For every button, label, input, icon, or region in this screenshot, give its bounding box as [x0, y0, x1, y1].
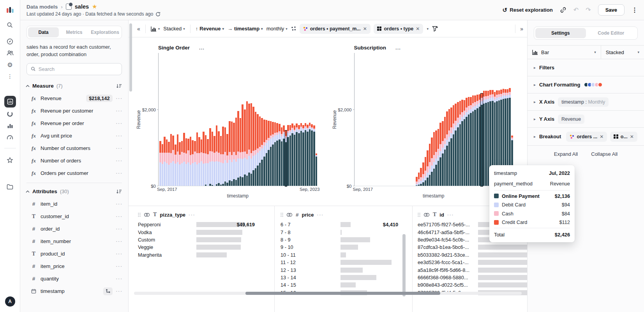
tab-code-editor[interactable]: Code Editor	[586, 28, 637, 38]
settings-gear-icon[interactable]: ⚙	[4, 59, 16, 70]
stacked-bar[interactable]	[190, 137, 192, 186]
stacked-bar[interactable]	[166, 139, 168, 186]
stacked-bar[interactable]	[457, 102, 459, 186]
stacked-bar[interactable]	[427, 150, 429, 186]
share-link-icon[interactable]	[560, 7, 566, 13]
summary-row[interactable]: 10 - 11	[281, 251, 398, 259]
summary-row[interactable]: 11 - 12	[281, 259, 398, 266]
attribute-item[interactable]: Tcustomer_id···	[20, 210, 128, 223]
summary-row[interactable]: Veggie	[138, 243, 255, 251]
stacked-bar[interactable]	[181, 141, 183, 186]
attributes-section-header[interactable]: Attributes (30)	[26, 186, 122, 197]
section-x-axis[interactable]: ▸ X Axis timestamp : Monthly	[528, 93, 644, 111]
stacked-bar[interactable]	[159, 141, 161, 186]
field-menu-icon[interactable]: ···	[317, 212, 324, 218]
stacked-bar[interactable]	[246, 101, 248, 186]
summary-row[interactable]: 14 - 15	[281, 281, 398, 289]
row-menu-icon[interactable]: ···	[116, 276, 123, 282]
field-menu-icon[interactable]: ···	[447, 212, 454, 218]
section-chart-formatting[interactable]: ▸ Chart Formatting	[528, 76, 644, 93]
stacked-bar[interactable]	[185, 138, 187, 186]
measure-item[interactable]: fxRevenue$218,142···	[20, 92, 128, 105]
measure-item[interactable]: fxRevenue per customer···	[20, 105, 128, 117]
stacked-bar[interactable]	[283, 125, 285, 186]
remove-chip-icon[interactable]: ✕	[630, 134, 634, 139]
summary-row[interactable]: b5033382-9d21-53ce...	[418, 251, 527, 259]
measure-item[interactable]: fxNumber of orders···	[20, 155, 128, 167]
stacked-bar[interactable]	[207, 139, 209, 186]
canvas-view-icon[interactable]	[4, 96, 16, 108]
stack-mode-button[interactable]: Stacked▾	[163, 26, 185, 32]
favorite-star-icon[interactable]: ★	[92, 3, 97, 10]
stacked-bar[interactable]	[309, 123, 311, 186]
refresh-icon[interactable]	[155, 12, 161, 17]
search-icon[interactable]	[4, 19, 16, 30]
search-box[interactable]	[26, 63, 122, 75]
row-menu-icon[interactable]: ···	[116, 263, 123, 269]
stacked-bar[interactable]	[231, 122, 233, 186]
measure-item[interactable]: fxRevenue per order···	[20, 117, 128, 130]
stacked-bar[interactable]	[481, 93, 483, 186]
remove-chip-icon[interactable]: ✕	[600, 134, 603, 139]
stacked-bar[interactable]	[244, 109, 246, 186]
summary-row[interactable]: Pepperoni$49,619	[138, 221, 255, 228]
stacked-bar[interactable]	[442, 121, 444, 186]
add-filter-icon[interactable]	[432, 26, 439, 32]
stacked-bar[interactable]	[162, 144, 164, 186]
stacked-bar[interactable]	[268, 121, 270, 186]
stacked-bar[interactable]	[198, 137, 200, 186]
section-filters[interactable]: ▸ Filters	[528, 59, 644, 76]
stacked-bar[interactable]	[468, 97, 470, 186]
stacked-bar[interactable]	[177, 134, 179, 186]
stacked-bar[interactable]	[487, 91, 489, 186]
price-list-scrollbar[interactable]	[402, 234, 406, 296]
app-logo[interactable]	[4, 5, 16, 16]
stacked-bar[interactable]	[187, 139, 189, 186]
tab-settings[interactable]: Settings	[535, 28, 586, 38]
y-field-button[interactable]: ↑Revenue▾	[196, 26, 224, 32]
stacked-bar[interactable]	[270, 121, 272, 186]
measure-item[interactable]: fxOrders per customer···	[20, 167, 128, 180]
attribute-item[interactable]: #order_id···	[20, 223, 128, 235]
stacked-bar[interactable]	[237, 111, 239, 186]
more-chips-icon[interactable]: ▾	[427, 27, 429, 31]
stacked-bar[interactable]	[212, 132, 213, 186]
stacked-bar[interactable]	[172, 136, 174, 186]
row-menu-icon[interactable]: ···	[116, 170, 123, 176]
stacked-bar[interactable]	[450, 108, 452, 186]
summary-row[interactable]: 9 - 10	[281, 243, 398, 251]
stacked-bar[interactable]	[461, 100, 463, 186]
stacked-bar[interactable]	[296, 123, 298, 186]
stacked-bar[interactable]	[251, 103, 252, 186]
row-menu-icon[interactable]: ···	[116, 251, 123, 257]
stacked-bar[interactable]	[422, 162, 424, 186]
stacked-bar[interactable]	[479, 94, 481, 186]
row-menu-icon[interactable]: ···	[116, 158, 123, 164]
collapse-panel-icon[interactable]: «	[137, 26, 140, 32]
stacked-bar[interactable]	[316, 153, 318, 186]
stacked-bar[interactable]	[213, 136, 215, 186]
stacked-bar[interactable]	[476, 95, 478, 186]
stacked-bar[interactable]	[224, 127, 226, 186]
stacked-bar[interactable]	[300, 123, 302, 186]
stacked-bar[interactable]	[164, 137, 166, 186]
stacked-bar[interactable]	[192, 140, 194, 186]
stacked-bar[interactable]	[281, 127, 283, 186]
members-icon[interactable]	[4, 48, 16, 58]
stacked-bar[interactable]	[259, 116, 261, 186]
stacked-bar[interactable]	[263, 120, 265, 186]
header-menu-icon[interactable]: ⋮	[632, 6, 638, 14]
stacked-bar[interactable]	[485, 91, 487, 186]
summary-row[interactable]: Vodka	[138, 228, 255, 236]
stacked-bar[interactable]	[311, 124, 313, 186]
stacked-bar[interactable]	[483, 91, 485, 186]
stacked-bar[interactable]	[416, 177, 418, 186]
stacked-bar[interactable]	[433, 132, 435, 186]
stacked-bar[interactable]	[252, 107, 254, 186]
breadcrumb-data-models[interactable]: Data models	[26, 4, 58, 10]
row-menu-icon[interactable]: ···	[116, 133, 123, 139]
stacked-bar[interactable]	[472, 95, 474, 186]
section-breakout[interactable]: ▸ Breakout orders ...✕o...✕	[528, 128, 644, 146]
breakout-chip[interactable]: orders • payment_m...✕	[300, 24, 371, 34]
main-scrollbar[interactable]	[129, 23, 132, 92]
